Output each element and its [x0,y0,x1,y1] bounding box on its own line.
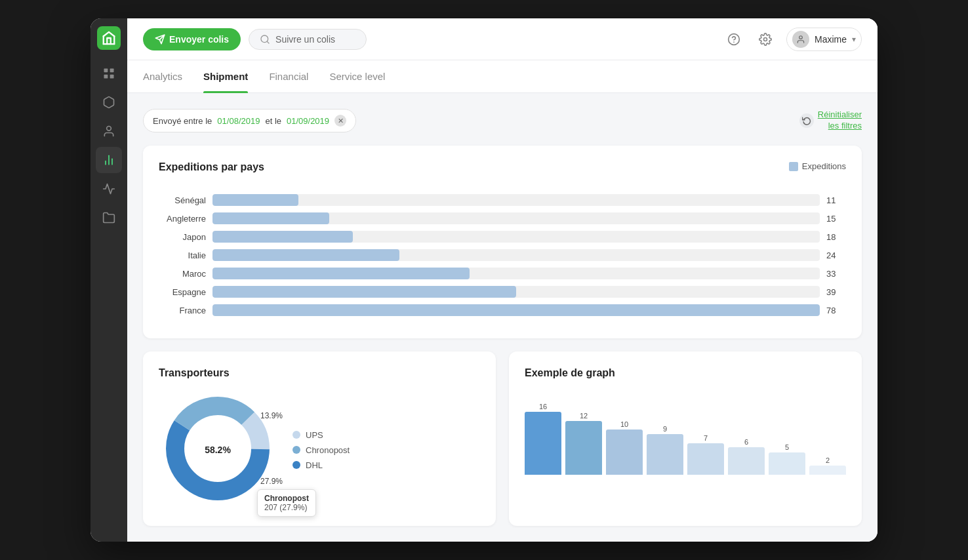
bar-chart-header: Expeditions par pays Expeditions [159,161,846,184]
bar-fill [212,212,329,224]
bar-chart-card: Expeditions par pays Expeditions Sénégal… [143,146,862,338]
vbar-val: 6 [744,438,748,446]
donut-chronopost-pct: 13.9% [260,411,283,420]
donut-container: 58.2% 13.9% 27.9% Chronopost 207 (27.9%) [159,390,480,510]
donut-dhl-pct: 58.2% [205,445,231,455]
bar-chart-title: Expeditions par pays [159,161,264,173]
svg-point-7 [107,127,111,131]
vbar-val: 9 [663,425,667,433]
vbar [728,447,765,475]
sidebar-item-contacts[interactable] [96,118,122,144]
dhl-dot [292,461,300,469]
legend-label: Expeditions [802,161,846,171]
bar-label: Japon [159,232,206,242]
vbar-val: 10 [620,420,628,428]
bar-track [212,231,820,243]
bar-fill [212,304,820,316]
vbar [565,421,602,475]
vchart-title: Exemple de graph [525,367,846,379]
send-package-button[interactable]: Envoyer colis [143,28,241,50]
vbar-val: 16 [539,403,547,410]
bar-row: Angleterre 15 [159,212,846,224]
user-name: Maxime [815,34,847,45]
bar-track [212,268,820,279]
bar-fill [212,194,298,206]
svg-line-14 [267,41,269,43]
bar-label: France [159,306,206,315]
tab-shipment[interactable]: Shipment [203,60,248,92]
bar-value: 24 [826,250,846,260]
tab-analytics[interactable]: Analytics [143,60,182,92]
vbar-val: 7 [704,434,708,442]
bar-track [212,212,820,224]
vbar-group: 9 [647,403,683,475]
reset-icon [799,113,814,128]
content-area: Analytics Shipment Financial Service lev… [127,60,877,542]
bar-chart-legend: Expeditions [789,161,846,171]
svg-rect-4 [110,69,114,73]
date-filter-chip[interactable]: Envoyé entre le 01/08/2019 et le 01/09/2… [143,109,356,132]
filter-close-button[interactable]: ✕ [334,115,346,127]
bar-value: 39 [826,287,846,297]
tab-service-level[interactable]: Service level [329,60,385,92]
sidebar-item-trends[interactable] [96,176,122,202]
tooltip-value: 207 (27.9%) [264,503,309,512]
donut-center-label: 58.2% [205,445,231,455]
vbar-group: 7 [687,403,724,475]
donut-chart-title: Transporteurs [159,367,480,379]
tab-financial[interactable]: Financial [269,60,308,92]
bar-fill [212,231,353,243]
bar-label: Maroc [159,269,206,279]
help-icon[interactable] [723,29,744,50]
tabs-bar: Analytics Shipment Financial Service lev… [127,60,877,93]
bar-chart: Sénégal 11 Angleterre 15 Japon 18 Italie… [159,194,846,316]
sidebar-item-packages[interactable] [96,89,122,115]
search-bar[interactable]: Suivre un colis [249,29,367,50]
vbar-val: 2 [826,456,830,464]
legend-dhl: DHL [292,460,350,470]
logo[interactable] [97,26,121,50]
bottom-cards-row: Transporteurs [143,351,862,526]
settings-icon[interactable] [755,29,776,50]
content-inner: Envoyé entre le 01/08/2019 et le 01/09/2… [127,93,877,542]
bar-fill [212,249,399,261]
filter-date-to: 01/09/2019 [287,116,329,126]
ups-dot [292,431,300,439]
vbar-val: 5 [785,443,789,451]
filter-separator: et le [265,116,281,126]
vbar [809,466,846,475]
bar-label: Sénégal [159,195,206,205]
app-container: Envoyer colis Suivre un colis [91,18,877,542]
svg-rect-6 [110,75,114,79]
header-right: Maxime ▾ [723,28,862,51]
filter-bar: Envoyé entre le 01/08/2019 et le 01/09/2… [143,109,862,132]
svg-point-18 [799,35,803,39]
donut-chart-card: Transporteurs [143,351,496,526]
chronopost-dot [292,446,300,454]
main-content: Envoyer colis Suivre un colis [127,18,877,542]
search-icon [260,34,270,45]
bar-value: 33 [826,269,846,279]
donut-ups-pct: 27.9% [260,477,283,486]
bar-fill [212,286,516,298]
sidebar [91,18,127,542]
user-avatar [792,31,809,48]
bar-track [212,304,820,316]
bar-value: 78 [826,306,846,315]
tooltip-label: Chronopost [264,494,309,503]
vbar [606,430,643,475]
header: Envoyer colis Suivre un colis [127,18,877,60]
user-badge[interactable]: Maxime ▾ [786,28,862,51]
sidebar-item-analytics[interactable] [96,147,122,173]
user-chevron-icon: ▾ [852,35,856,44]
filter-date-from: 01/08/2019 [217,116,260,126]
bar-value: 18 [826,232,846,242]
sidebar-item-files[interactable] [96,205,122,231]
bar-label: Italie [159,250,206,260]
bar-row: Espagne 39 [159,286,846,298]
reset-filters-button[interactable]: Réinitialiserles filtres [799,110,862,132]
legend-ups: UPS [292,430,350,440]
bar-value: 15 [826,214,846,224]
vbar-val: 12 [580,412,588,420]
sidebar-item-dashboard[interactable] [96,60,122,87]
